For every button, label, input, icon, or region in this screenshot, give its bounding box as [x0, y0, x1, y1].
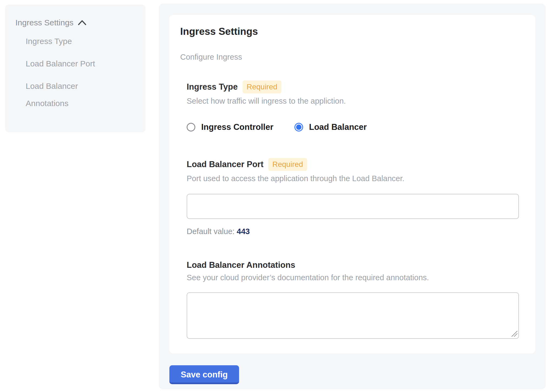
section-ingress-type: Ingress Type Required Select how traffic… [187, 80, 519, 132]
ingress-type-radio-group: Ingress Controller Load Balancer [187, 122, 519, 132]
settings-sidebar: Ingress Settings Ingress Type Load Balan… [5, 5, 146, 132]
radio-circle-icon[interactable] [294, 123, 303, 131]
sidebar-item-list: Ingress Type Load Balancer Port Load Bal… [26, 33, 138, 112]
ingress-type-title: Ingress Type [187, 82, 238, 92]
radio-label: Load Balancer [309, 122, 367, 132]
ingress-type-description: Select how traffic will ingress to the a… [187, 97, 519, 106]
default-value-number: 443 [237, 227, 250, 236]
lb-port-description: Port used to access the application thro… [187, 174, 519, 183]
sidebar-item-load-balancer-annotations[interactable]: Load Balancer Annotations [26, 77, 115, 112]
ingress-settings-panel: Ingress Settings Configure Ingress Ingre… [159, 4, 546, 389]
save-config-button[interactable]: Save config [169, 365, 239, 384]
required-badge: Required [268, 158, 307, 171]
load-balancer-annotations-textarea[interactable] [187, 292, 519, 339]
ingress-settings-card: Ingress Settings Configure Ingress Ingre… [169, 15, 535, 353]
lb-annotations-description: See your cloud provider’s documentation … [187, 273, 519, 282]
sidebar-group-ingress-settings[interactable]: Ingress Settings [15, 18, 138, 27]
section-load-balancer-annotations: Load Balancer Annotations See your cloud… [187, 260, 519, 339]
radio-load-balancer[interactable]: Load Balancer [294, 122, 367, 132]
section-load-balancer-port: Load Balancer Port Required Port used to… [187, 158, 519, 236]
sidebar-item-ingress-type[interactable]: Ingress Type [26, 33, 115, 50]
required-badge: Required [243, 80, 281, 93]
radio-ingress-controller[interactable]: Ingress Controller [187, 122, 273, 132]
default-value-helper: Default value:443 [187, 227, 519, 236]
radio-circle-icon[interactable] [187, 123, 195, 131]
radio-label: Ingress Controller [201, 122, 273, 132]
lb-annotations-title: Load Balancer Annotations [187, 260, 295, 270]
default-value-label: Default value: [187, 227, 234, 236]
page-title: Ingress Settings [180, 26, 519, 38]
sidebar-item-load-balancer-port[interactable]: Load Balancer Port [26, 55, 115, 72]
page-subtitle: Configure Ingress [180, 53, 519, 62]
sidebar-group-label: Ingress Settings [15, 18, 73, 27]
lb-port-title: Load Balancer Port [187, 160, 263, 169]
chevron-up-icon [78, 20, 86, 25]
load-balancer-port-input[interactable] [187, 194, 519, 219]
